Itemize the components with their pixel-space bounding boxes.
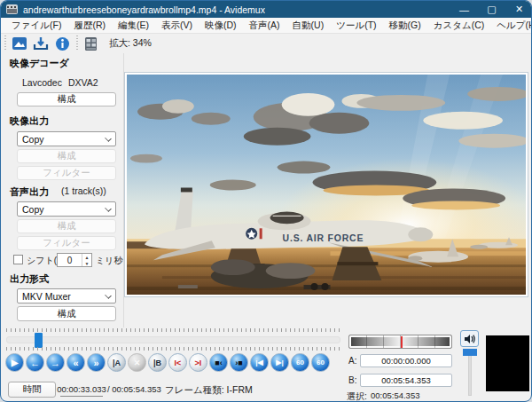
zoom-level-label: 拡大: 34% bbox=[109, 37, 152, 50]
back-60s-button[interactable]: 60 bbox=[291, 353, 309, 372]
video-decoder-title: 映像デコーダ bbox=[10, 57, 69, 70]
muxer-select[interactable]: MKV Muxer bbox=[17, 288, 116, 303]
menu-video[interactable]: 映像(D) bbox=[199, 18, 243, 34]
set-marker-b-button[interactable]: |B bbox=[148, 353, 167, 372]
play-button[interactable]: ▶ bbox=[5, 353, 24, 372]
timeline-ticks-top bbox=[6, 328, 340, 332]
timeline-slider[interactable] bbox=[6, 336, 340, 343]
menu-bar: ファイル(F) 履歴(R) 編集(E) 表示(V) 映像(D) 音声(A) 自動… bbox=[1, 18, 532, 34]
stop-button[interactable]: ✕ bbox=[128, 353, 146, 372]
secondary-preview bbox=[486, 335, 529, 391]
audio-codec-value: Copy bbox=[22, 204, 44, 215]
selection-value: 00:05:54.353 bbox=[371, 390, 419, 400]
minimize-button[interactable]: — bbox=[450, 1, 478, 18]
menu-auto[interactable]: 自動(U) bbox=[286, 18, 331, 34]
prev-frame-button[interactable]: ← bbox=[26, 353, 44, 372]
app-icon bbox=[6, 4, 18, 14]
audio-output-title: 音声出力 bbox=[10, 185, 49, 199]
timeline-ticks-bottom bbox=[6, 347, 340, 351]
audio-configure-button[interactable]: 構成 bbox=[17, 219, 116, 233]
video-configure-button[interactable]: 構成 bbox=[17, 149, 116, 163]
shift-checkbox[interactable] bbox=[13, 255, 23, 264]
muxer-configure-button[interactable]: 構成 bbox=[17, 306, 116, 321]
info-icon[interactable] bbox=[52, 35, 72, 52]
shuttle-needle bbox=[401, 336, 403, 348]
set-marker-a-button[interactable]: |A bbox=[107, 353, 126, 372]
menu-file[interactable]: ファイル(F) bbox=[5, 18, 67, 34]
prev-black-frame-button[interactable]: ■‹ bbox=[209, 353, 228, 372]
frame-type-label: フレーム種類: I-FRM bbox=[165, 384, 253, 397]
save-icon[interactable] bbox=[31, 35, 51, 52]
next-intra-frame-button[interactable]: >I bbox=[189, 353, 207, 372]
shift-spinner[interactable]: 0 ▲▼ bbox=[57, 253, 92, 267]
shift-value: 0 bbox=[58, 254, 82, 266]
next-frame-button[interactable]: → bbox=[46, 353, 65, 372]
marker-a-label: A: bbox=[348, 356, 356, 366]
menu-custom[interactable]: カスタム(C) bbox=[427, 18, 491, 34]
mute-button[interactable] bbox=[460, 330, 479, 347]
muxer-value: MKV Muxer bbox=[22, 291, 71, 302]
video-preview: U.S. AIR FORCE bbox=[124, 72, 528, 297]
marker-a-field[interactable]: 00:00:00.000 bbox=[360, 354, 452, 367]
title-bar: andrewarthurbreeseboneyardrawbrollmp4.mp… bbox=[1, 1, 532, 18]
sidebar: 映像デコーダ Lavcodec DXVA2 構成 映像出力 Copy 構成 フィ… bbox=[1, 53, 123, 327]
last-frame-button[interactable]: ▶| bbox=[270, 353, 289, 372]
toolbar-gripper bbox=[3, 35, 7, 51]
audio-codec-select[interactable]: Copy bbox=[17, 201, 116, 217]
forward-keyframe-button[interactable]: » bbox=[87, 353, 106, 372]
total-time-label: / 00:05:54.353 bbox=[107, 384, 161, 394]
volume-handle[interactable] bbox=[463, 349, 477, 356]
menu-view[interactable]: 表示(V) bbox=[155, 18, 199, 34]
transport-controls: ▶ ← → « » |A ✕ |B I< >I ■‹ ›■ |◀ ▶| 60 6… bbox=[5, 353, 330, 372]
window-title: andrewarthurbreeseboneyardrawbrollmp4.mp… bbox=[23, 4, 265, 15]
menu-go[interactable]: 移動(G) bbox=[383, 18, 427, 34]
forward-60s-button[interactable]: 60 bbox=[311, 353, 330, 372]
maximize-button[interactable]: ▢ bbox=[478, 1, 505, 18]
audio-filters-button[interactable]: フィルター bbox=[17, 236, 116, 250]
video-codec-value: Copy bbox=[22, 134, 44, 145]
video-scene: U.S. AIR FORCE bbox=[127, 75, 526, 295]
shift-unit-label: ミリ秒 bbox=[96, 255, 122, 267]
open-file-icon[interactable] bbox=[10, 35, 29, 52]
menu-tools[interactable]: ツール(T) bbox=[330, 18, 382, 34]
toolbar: 拡大: 34% bbox=[1, 34, 532, 53]
chevron-down-icon bbox=[105, 292, 112, 299]
decoder-name: Lavcodec bbox=[22, 77, 62, 88]
current-time-field[interactable]: 00:00:33.033 bbox=[60, 382, 103, 397]
decoder-accel: DXVA2 bbox=[68, 77, 98, 88]
speaker-icon bbox=[464, 334, 475, 344]
output-format-title: 出力形式 bbox=[10, 272, 49, 286]
marker-b-label: B: bbox=[348, 375, 356, 385]
timeline-handle[interactable] bbox=[35, 333, 43, 348]
back-keyframe-button[interactable]: « bbox=[66, 353, 85, 372]
spinner-arrows[interactable]: ▲▼ bbox=[82, 254, 91, 266]
properties-icon[interactable] bbox=[82, 35, 101, 52]
close-button[interactable]: ✕ bbox=[505, 1, 532, 18]
menu-recent[interactable]: 履歴(R) bbox=[67, 18, 112, 34]
decoder-configure-button[interactable]: 構成 bbox=[17, 92, 116, 106]
marker-b-field[interactable]: 00:05:54.353 bbox=[360, 374, 452, 387]
prev-intra-frame-button[interactable]: I< bbox=[168, 353, 187, 372]
audio-track-count: (1 track(s)) bbox=[61, 185, 106, 196]
first-frame-button[interactable]: |◀ bbox=[250, 353, 269, 372]
video-output-title: 映像出力 bbox=[10, 114, 49, 128]
video-filters-button[interactable]: フィルター bbox=[17, 166, 116, 180]
chevron-down-icon bbox=[105, 205, 112, 212]
menu-edit[interactable]: 編集(E) bbox=[112, 18, 155, 34]
next-black-frame-button[interactable]: ›■ bbox=[230, 353, 248, 372]
plane-text: U.S. AIR FORCE bbox=[283, 233, 364, 243]
menu-help[interactable]: ヘルプ(H) bbox=[490, 18, 532, 34]
chevron-down-icon bbox=[105, 135, 112, 142]
avidemux-window: andrewarthurbreeseboneyardrawbrollmp4.mp… bbox=[0, 0, 532, 402]
time-mode-button[interactable]: 時間 bbox=[8, 382, 56, 398]
toolbar-gripper-2 bbox=[74, 35, 79, 51]
video-codec-select[interactable]: Copy bbox=[17, 131, 116, 146]
menu-audio[interactable]: 音声(A) bbox=[243, 18, 286, 34]
volume-slider[interactable] bbox=[468, 351, 472, 396]
shuttle-control[interactable] bbox=[348, 335, 452, 349]
selection-label: 選択: bbox=[347, 390, 367, 402]
